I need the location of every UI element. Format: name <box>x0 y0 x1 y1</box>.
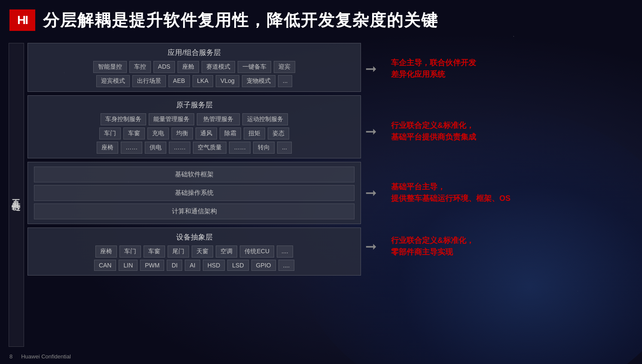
tag: 车窗 <box>144 246 165 258</box>
confidential-label: Huawei Confidential <box>21 353 71 360</box>
foundation-item-2: 基础操作系统 <box>34 185 355 201</box>
atomic-row-2: 车门 车窗 充电 均衡 通风 除霜 扭矩 姿态 <box>34 127 355 140</box>
tag: 车门 <box>119 246 141 258</box>
tag: 空调 <box>216 246 237 258</box>
device-layer-grid: 座椅 车门 车窗 尾门 天窗 空调 传统ECU .... CAN LIN PWM… <box>34 246 355 271</box>
tag: 迎宾模式 <box>96 75 130 87</box>
right-text-1: 车企主导，联合伙伴开发差异化应用系统 <box>391 57 476 80</box>
toolbar-label: 工具链 <box>9 43 24 347</box>
tag: 空气质量 <box>193 142 226 154</box>
tag: LIN <box>119 260 138 271</box>
content-area: 工具链 应用/组合服务层 智能显控 车控 ADS 座舱 赛道模式 一键备车 迎宾 <box>9 43 633 347</box>
tag: 热管理服务 <box>197 113 240 125</box>
atomic-row-3: 座椅 …… 供电 …… 空气质量 …… 转向 ... <box>34 142 355 154</box>
arrow-icon-1: ➞ <box>365 61 382 77</box>
right-text-3: 基础平台主导，提供整车基础运行环境、框架、OS <box>391 181 511 204</box>
footer: 8 Huawei Confidential <box>9 353 71 360</box>
tag: .... <box>277 246 293 258</box>
tag: 座椅 <box>95 246 117 258</box>
device-row-2: CAN LIN PWM DI AI HSD LSD GPIO .... <box>34 260 355 271</box>
tag: 尾门 <box>168 246 189 258</box>
app-layer: 应用/组合服务层 智能显控 车控 ADS 座舱 赛道模式 一键备车 迎宾 迎宾模… <box>28 43 361 92</box>
atomic-layer: 原子服务层 车身控制服务 能量管理服务 热管理服务 运动控制服务 车门 车窗 充… <box>28 95 361 158</box>
tag: 除霜 <box>220 127 241 140</box>
tag: 车身控制服务 <box>101 113 146 125</box>
tag: 车窗 <box>123 127 145 140</box>
foundation-item-3: 计算和通信架构 <box>34 203 355 219</box>
page-title: 分层解耦是提升软件复用性，降低开发复杂度的关键 <box>43 9 633 31</box>
tag: .... <box>278 260 295 271</box>
page-number: 8 <box>9 353 12 360</box>
tag: 供电 <box>145 142 166 154</box>
app-row-2: 迎宾模式 出行场景 AEB LKA VLog 宠物模式 ... <box>34 75 355 87</box>
right-row-3: ➞ 基础平台主导，提供整车基础运行环境、框架、OS <box>365 168 633 217</box>
app-layer-grid: 智能显控 车控 ADS 座舱 赛道模式 一键备车 迎宾 迎宾模式 出行场景 AE… <box>34 61 355 87</box>
tag: DI <box>167 260 182 271</box>
device-layer-title: 设备抽象层 <box>34 232 355 242</box>
tag: 转向 <box>253 142 275 154</box>
tag: 姿态 <box>268 127 289 140</box>
tag: ... <box>277 142 292 154</box>
tag: 车门 <box>99 127 121 140</box>
foundation-stack: 基础软件框架 基础操作系统 计算和通信架构 <box>34 167 355 219</box>
device-layer: 设备抽象层 座椅 车门 车窗 尾门 天窗 空调 传统ECU .... CAN <box>28 228 361 276</box>
right-text-2: 行业联合定义&标准化，基础平台提供商负责集成 <box>391 120 476 143</box>
arrow-icon-4: ➞ <box>365 238 382 255</box>
tag: VLog <box>216 75 239 87</box>
tag: ADS <box>153 61 175 73</box>
logo-box: HI <box>9 9 35 31</box>
tag: …… <box>121 142 142 154</box>
tag: 扭矩 <box>244 127 265 140</box>
app-layer-title: 应用/组合服务层 <box>34 48 355 58</box>
right-row-2: ➞ 行业联合定义&标准化，基础平台提供商负责集成 <box>365 98 633 164</box>
atomic-layer-grid: 车身控制服务 能量管理服务 热管理服务 运动控制服务 车门 车窗 充电 均衡 通… <box>34 113 355 154</box>
right-row-1: ➞ 车企主导，联合伙伴开发差异化应用系统 <box>365 43 633 94</box>
right-row-4: ➞ 行业联合定义&标准化，零部件商主导实现 <box>365 221 633 272</box>
tag: 宠物模式 <box>242 75 275 87</box>
tag: 天窗 <box>192 246 213 258</box>
logo: HI <box>9 9 35 31</box>
tag: AEB <box>168 75 190 87</box>
tag: GPIO <box>251 260 276 271</box>
tag: 传统ECU <box>240 246 274 258</box>
device-row-1: 座椅 车门 车窗 尾门 天窗 空调 传统ECU .... <box>34 246 355 258</box>
layers-container: 应用/组合服务层 智能显控 车控 ADS 座舱 赛道模式 一键备车 迎宾 迎宾模… <box>24 43 361 347</box>
foundation-layer: 基础软件框架 基础操作系统 计算和通信架构 <box>28 162 361 224</box>
tag: 能量管理服务 <box>149 113 194 125</box>
tag: …… <box>229 142 251 154</box>
tag: 出行场景 <box>132 75 166 87</box>
tag: 迎宾 <box>274 61 295 73</box>
atomic-layer-title: 原子服务层 <box>34 100 355 110</box>
tag: 座舱 <box>177 61 199 73</box>
tag: LSD <box>227 260 248 271</box>
tag: LKA <box>193 75 213 87</box>
tag: 运动控制服务 <box>242 113 288 125</box>
can-tag: CAN <box>94 260 116 271</box>
left-panel: 工具链 应用/组合服务层 智能显控 车控 ADS 座舱 赛道模式 一键备车 迎宾 <box>9 43 361 347</box>
tag: 座椅 <box>97 142 118 154</box>
right-text-4: 行业联合定义&标准化，零部件商主导实现 <box>391 235 474 258</box>
tag: 均衡 <box>171 127 193 140</box>
foundation-item-1: 基础软件框架 <box>34 167 355 182</box>
atomic-row-1: 车身控制服务 能量管理服务 热管理服务 运动控制服务 <box>34 113 355 125</box>
tag: 通风 <box>196 127 217 140</box>
tag: 车控 <box>129 61 151 73</box>
tag: AI <box>185 260 200 271</box>
arrow-icon-3: ➞ <box>365 185 382 201</box>
arrow-icon-2: ➞ <box>365 123 382 140</box>
tag: 充电 <box>147 127 169 140</box>
tag: 智能显控 <box>93 61 127 73</box>
tag: PWM <box>140 260 164 271</box>
tag: 一键备车 <box>238 61 271 73</box>
tag: ... <box>278 75 293 87</box>
app-row-1: 智能显控 车控 ADS 座舱 赛道模式 一键备车 迎宾 <box>34 61 355 73</box>
tag: HSD <box>203 260 225 271</box>
right-section: ➞ 车企主导，联合伙伴开发差异化应用系统 ➞ 行业联合定义&标准化，基础平台提供… <box>365 43 633 347</box>
tag: …… <box>169 142 190 154</box>
tag: 赛道模式 <box>202 61 235 73</box>
